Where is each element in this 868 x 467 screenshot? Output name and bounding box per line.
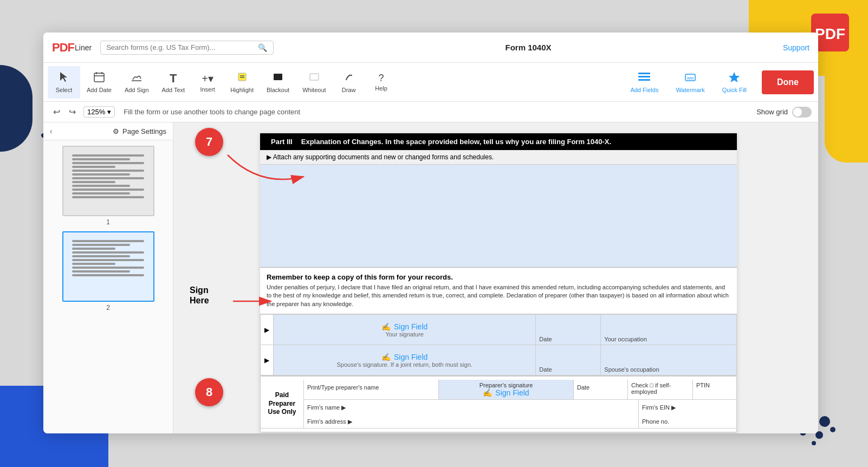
toolbar-blackout[interactable]: Blackout — [260, 66, 296, 99]
thumb-line — [72, 251, 144, 254]
prep-check-cell: Check □ if self-employed — [628, 380, 693, 399]
app-header: PDF Liner 🔍 Form 1040X Support — [43, 33, 818, 63]
firm-name-label: Firm's name ▶ — [307, 404, 346, 411]
toggle-knob — [793, 108, 802, 116]
toolbar-quick-fill[interactable]: Quick Fill — [716, 66, 753, 99]
page-thumb-img-1 — [62, 146, 154, 216]
toolbar-help[interactable]: ? Help — [365, 66, 398, 99]
callout-7: 7 — [195, 128, 223, 156]
help-label: Help — [375, 85, 387, 92]
search-input[interactable] — [106, 43, 258, 51]
thumb-line — [72, 263, 115, 265]
svg-point-23 — [819, 416, 830, 427]
search-bar[interactable]: 🔍 — [100, 41, 274, 55]
sig-arrow-cell-1: ▶ — [261, 315, 274, 345]
add-fields-label: Add Fields — [630, 87, 658, 93]
part3-desc: In the space provided below, tell us why… — [385, 138, 611, 146]
preparer-row: PaidPreparerUse Only Print/Type preparer… — [261, 380, 736, 429]
highlight-icon — [236, 71, 248, 86]
sig-field-2[interactable]: ✍ Sign Field Spouse's signature. If a jo… — [274, 345, 536, 375]
sidebar-collapse-button[interactable]: ‹ — [50, 127, 53, 135]
sidebar: ‹ ⚙ Page Settings — [43, 122, 173, 433]
sign-field-button-2[interactable]: ✍ Sign Field — [381, 353, 427, 361]
svg-marker-2 — [60, 72, 67, 82]
toolbar-add-sign[interactable]: Add Sign — [118, 66, 156, 99]
sidebar-title: ⚙ Page Settings — [113, 127, 166, 135]
secondary-toolbar: ↩ ↪ 125% ▾ Fill the form or use another … — [43, 102, 818, 122]
prep-sign-button[interactable]: ✍ Sign Field — [483, 388, 529, 397]
select-label: Select — [56, 87, 73, 93]
toolbar-highlight[interactable]: Highlight — [224, 66, 260, 99]
sig-arrow-icon-1: ▶ — [264, 326, 269, 334]
main-content: ‹ ⚙ Page Settings — [43, 122, 818, 433]
zoom-value: 125% — [87, 108, 105, 116]
date-cell-1[interactable]: Date — [536, 315, 601, 345]
toolbar-watermark[interactable]: WM Watermark — [669, 66, 711, 99]
redo-button[interactable]: ↪ — [66, 106, 79, 118]
highlight-label: Highlight — [230, 87, 254, 93]
thumb-line — [72, 158, 130, 160]
add-date-label: Add Date — [87, 87, 112, 93]
toolbar-insert[interactable]: +▾ Insert — [191, 66, 224, 99]
header-center: Form 1040X — [274, 43, 783, 52]
insert-icon: +▾ — [202, 72, 213, 85]
explanation-field[interactable] — [260, 165, 737, 268]
thumb-line — [72, 189, 144, 191]
sign-field-button-1[interactable]: ✍ Sign Field — [381, 322, 427, 331]
undo-button[interactable]: ↩ — [50, 106, 63, 118]
show-grid-toggle[interactable] — [792, 107, 812, 118]
toolbar-add-fields[interactable]: Add Fields — [624, 66, 665, 99]
preparer-label: PaidPreparerUse Only — [261, 380, 304, 428]
page-thumb-lines-2 — [68, 236, 148, 297]
thumb-line — [72, 181, 115, 183]
sidebar-header: ‹ ⚙ Page Settings — [43, 122, 173, 140]
add-date-icon — [93, 71, 105, 86]
page-thumb-lines-1 — [68, 150, 148, 211]
thumb-line — [72, 240, 144, 242]
insert-label: Insert — [200, 86, 215, 93]
thumb-line — [72, 244, 130, 246]
prep-ptin-label: PTIN — [696, 382, 710, 388]
occupation-cell-1: Your occupation — [601, 315, 736, 345]
date-cell-2[interactable]: Date — [536, 345, 601, 375]
toolbar-whiteout[interactable]: Whiteout — [296, 66, 332, 99]
prep-date-cell: Date — [574, 380, 628, 399]
prep-name-label: Print/Type preparer's name — [307, 384, 379, 391]
watermark-icon: WM — [684, 71, 696, 86]
toolbar-draw[interactable]: Draw — [333, 66, 365, 99]
date-label-1: Date — [539, 336, 552, 342]
show-grid-label: Show grid — [756, 108, 788, 116]
sign-field-icon-1: ✍ — [381, 322, 391, 331]
prep-sign-icon: ✍ — [483, 388, 492, 397]
your-occupation-label: Your occupation — [604, 336, 733, 342]
prep-sig-label: Preparer's signature — [480, 382, 533, 388]
page-thumb-2[interactable]: 2 — [48, 231, 169, 312]
sig-field-1[interactable]: ✍ Sign Field Your signature — [274, 315, 536, 345]
draw-icon — [343, 71, 355, 86]
records-title: Remember to keep a copy of this form for… — [267, 273, 730, 281]
done-button[interactable]: Done — [762, 70, 814, 94]
logo-pdf: PDF — [52, 41, 74, 55]
show-grid-area: Show grid — [756, 107, 812, 118]
sign-here-label: SignHere — [190, 285, 209, 306]
occupation-cell-2: Spouse's occupation — [601, 345, 736, 375]
thumb-line — [72, 248, 115, 250]
thumb-line — [72, 267, 144, 269]
svg-point-26 — [830, 427, 835, 432]
whiteout-icon — [308, 71, 320, 86]
thumb-line — [72, 166, 115, 168]
prep-ptin-cell: PTIN — [693, 380, 736, 399]
toolbar-add-date[interactable]: Add Date — [80, 66, 118, 99]
page-thumb-1[interactable]: 1 — [48, 146, 169, 226]
spouse-occupation-label: Spouse's occupation — [604, 366, 733, 373]
toolbar-hint: Fill the form or use another tools to ch… — [124, 108, 300, 116]
undo-redo-group: ↩ ↪ — [50, 106, 79, 118]
zoom-selector[interactable]: 125% ▾ — [83, 106, 115, 118]
support-link[interactable]: Support — [783, 43, 809, 52]
toolbar-select[interactable]: Select — [48, 66, 80, 99]
preparer-fields: Print/Type preparer's name Preparer's si… — [304, 380, 736, 428]
toolbar-add-text[interactable]: T Add Text — [156, 66, 192, 99]
prep-sig-cell[interactable]: Preparer's signature ✍ Sign Field — [439, 380, 574, 399]
records-notice: Remember to keep a copy of this form for… — [260, 268, 737, 314]
preparer-address-row: Firm's address ▶ Phone no. — [304, 414, 736, 428]
